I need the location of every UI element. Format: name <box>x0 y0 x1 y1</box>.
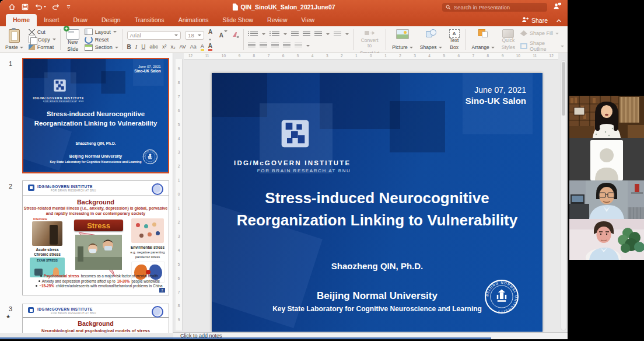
numbering-caret[interactable] <box>284 33 287 35</box>
text-box-button[interactable]: A TextBox <box>447 28 461 51</box>
customize-toolbar-caret[interactable] <box>66 4 71 9</box>
redo-button[interactable] <box>52 3 60 11</box>
layout-button[interactable]: Layout <box>85 28 118 36</box>
ribbon-tab[interactable]: Review <box>260 14 294 26</box>
subscript-button[interactable]: x₂ <box>170 44 175 50</box>
new-slide-button[interactable]: NewSlide <box>65 28 81 51</box>
save-icon[interactable] <box>22 4 29 11</box>
columns-caret[interactable] <box>345 33 349 35</box>
underline-button[interactable]: U <box>141 44 145 50</box>
ribbon-tab[interactable]: Insert <box>37 14 66 26</box>
ribbon-tab[interactable]: Draw <box>66 14 94 26</box>
text-direction-button[interactable] <box>295 43 302 48</box>
document-title-area: QIN_SinoUK_Salon_2021June07 <box>232 0 335 13</box>
editor-scrollbar-thumb[interactable] <box>562 62 565 116</box>
idg-logo-small <box>28 185 34 191</box>
slide-title: Stress-induced NeurocognitiveReorganizat… <box>212 187 542 231</box>
slide-editor-area: 1211109876543210123456789101112 98765432… <box>173 53 568 333</box>
text-box-icon: A <box>449 29 460 38</box>
horizontal-ruler[interactable]: 1211109876543210123456789101112 <box>184 53 558 60</box>
home-icon[interactable] <box>8 3 16 11</box>
shape-outline-button[interactable]: Shape Outline <box>520 43 564 50</box>
slide-canvas[interactable]: June 07, 2021Sino-UK Salon IDG/McGOVERN … <box>212 73 542 332</box>
vertical-ruler[interactable]: 9876543210123456789 <box>176 59 183 330</box>
italic-button[interactable]: I <box>135 44 137 50</box>
convert-to-smartart-button[interactable]: Convert toSmartArt <box>358 28 382 51</box>
undo-dropdown-caret[interactable] <box>44 6 46 8</box>
undo-button[interactable] <box>34 3 46 11</box>
share-button[interactable]: Share <box>522 16 548 24</box>
shape-fill-button[interactable]: Shape Fill <box>520 30 564 37</box>
environmental-stress-image <box>131 218 164 243</box>
strikethrough-button[interactable]: abc <box>149 44 158 50</box>
align-center-button[interactable] <box>260 43 267 48</box>
shapes-button[interactable]: Shapes <box>418 28 444 51</box>
video-tile-2[interactable] <box>569 138 644 180</box>
video-call-sidebar <box>568 0 644 341</box>
shape-outline-icon <box>520 43 527 49</box>
increase-indent-button[interactable] <box>303 31 310 37</box>
ribbon-tab[interactable]: Home <box>6 14 37 26</box>
ribbon-tab[interactable]: Transitions <box>128 14 172 26</box>
arrange-button[interactable]: Arrange <box>470 28 496 51</box>
highlight-color-button[interactable]: A <box>201 43 204 51</box>
slide-thumbnail-panel: 1 June 07, 2021Sino-UK Salon IDG/McGOVER… <box>0 53 173 333</box>
document-icon <box>232 4 237 11</box>
bold-button[interactable]: B <box>127 44 131 50</box>
ribbon-tab[interactable]: Animations <box>172 14 216 26</box>
decrease-indent-button[interactable] <box>291 31 299 37</box>
collapse-ribbon-chevron[interactable] <box>556 17 562 24</box>
copy-button[interactable]: Copy <box>29 36 56 43</box>
new-slide-icon <box>66 29 79 40</box>
line-spacing-button[interactable] <box>314 31 322 37</box>
character-spacing-button[interactable]: AV <box>179 44 186 50</box>
grow-font-button[interactable]: A <box>208 29 215 41</box>
line-spacing-caret[interactable] <box>326 33 330 35</box>
paste-caret[interactable] <box>20 47 23 48</box>
font-size-select[interactable]: 18 <box>185 31 204 40</box>
presenter-icon[interactable] <box>553 2 562 12</box>
bullets-button[interactable] <box>250 31 258 37</box>
section-button[interactable]: Section <box>85 44 118 51</box>
align-left-button[interactable] <box>248 43 256 48</box>
slide-3-thumbnail[interactable]: IDG/McGOVERN INSTITUTE FOR BRAIN RESEARC… <box>22 304 169 333</box>
format-painter-icon <box>29 44 35 50</box>
section-icon <box>85 44 93 51</box>
search-input[interactable]: Search in Presentation <box>442 3 547 12</box>
bullets-caret[interactable] <box>262 33 265 35</box>
superscript-button[interactable]: x² <box>162 44 167 50</box>
picture-icon <box>396 29 409 39</box>
ribbon-tab[interactable]: Design <box>94 14 128 26</box>
slide-2-thumbnail[interactable]: IDG/McGOVERN INSTITUTE FOR BRAIN RESEARC… <box>22 180 169 295</box>
change-case-button[interactable]: Aa <box>190 44 197 50</box>
text-direction-caret[interactable] <box>306 45 310 47</box>
video-tile-3[interactable] <box>569 180 644 219</box>
quick-styles-button[interactable]: QuickStyles <box>500 28 517 51</box>
cut-button[interactable]: Cut <box>29 28 56 36</box>
video-tile-4[interactable] <box>569 219 644 260</box>
acute-stress-image <box>32 221 62 246</box>
justify-button[interactable] <box>283 43 290 48</box>
picture-button[interactable]: Picture <box>390 28 414 51</box>
clear-formatting-button[interactable] <box>232 30 239 40</box>
ribbon-tab[interactable]: Slide Show <box>216 14 261 26</box>
video-tile-1[interactable] <box>569 96 644 138</box>
ribbon-tab[interactable]: View <box>295 14 322 26</box>
slide-1-thumbnail[interactable]: June 07, 2021Sino-UK Salon IDG/McGOVERN … <box>22 58 169 173</box>
font-name-select[interactable]: Arial <box>127 31 181 40</box>
reset-button[interactable]: Reset <box>85 36 118 43</box>
font-color-button[interactable]: A <box>208 43 212 51</box>
shrink-font-button[interactable]: A <box>219 32 228 39</box>
participant-4-video <box>569 219 644 260</box>
align-right-button[interactable] <box>271 43 279 48</box>
columns-button[interactable] <box>334 31 341 37</box>
top-bars: QIN_SinoUK_Salon_2021June07 Search in Pr… <box>0 0 568 26</box>
slide-2-number: 2 <box>9 183 12 190</box>
document-title: QIN_SinoUK_Salon_2021June07 <box>240 4 335 11</box>
idg-logo <box>52 78 67 93</box>
numbering-button[interactable] <box>272 31 279 37</box>
editor-scrollbar[interactable] <box>561 60 566 330</box>
paste-button[interactable]: Paste <box>4 28 25 51</box>
quick-access-toolbar <box>0 3 71 11</box>
window-bottom-edge <box>0 337 491 339</box>
